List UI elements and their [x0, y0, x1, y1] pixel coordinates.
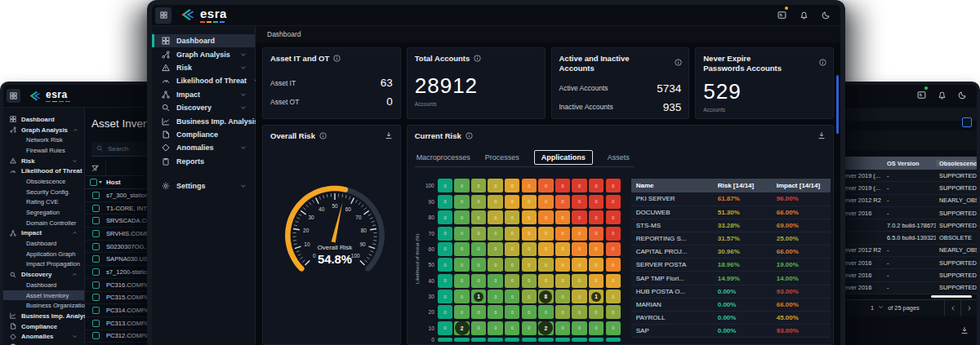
bell-icon[interactable] [938, 88, 947, 103]
heatmap-cell[interactable]: 0 [572, 321, 586, 335]
table-row[interactable]: PKI SERVER61.87%96.00% [631, 192, 831, 206]
row-checkbox[interactable] [92, 205, 100, 212]
heatmap-cell[interactable]: 0 [589, 195, 604, 209]
heatmap-cell[interactable]: 0 [438, 274, 452, 288]
heatmap-cell[interactable] [454, 338, 469, 342]
heatmap-cell[interactable]: 0 [505, 195, 519, 209]
heatmap-cell[interactable]: 0 [572, 274, 586, 288]
page-select-chevron-icon[interactable] [878, 304, 884, 312]
table-row[interactable]: Server 2016-SUPPORTED [841, 282, 977, 294]
sidebar-item-rating-cve[interactable]: Rating CVE [3, 197, 84, 208]
sidebar-item-likelihood-of-threat[interactable]: Likelihood of Threat [3, 166, 84, 176]
heatmap-cell[interactable]: 0 [454, 195, 469, 209]
row-checkbox[interactable] [92, 281, 100, 289]
heatmap-cell[interactable]: 0 [454, 274, 469, 288]
heatmap-cell[interactable]: 0 [572, 242, 586, 256]
heatmap-cell[interactable]: 02 [454, 321, 469, 335]
table-row[interactable]: SERVER POSTA18.96%19.00% [631, 259, 831, 272]
heatmap-cell[interactable]: 0 [522, 321, 537, 335]
heatmap-cell[interactable]: 0 [454, 305, 469, 319]
heatmap-cell[interactable]: 0 [589, 274, 604, 288]
sidebar-item-risk[interactable]: Risk [152, 61, 255, 74]
heatmap-cell[interactable]: 0 [606, 274, 621, 288]
horizontal-scrollbar[interactable] [931, 295, 972, 298]
heatmap-cell[interactable]: 0 [555, 210, 570, 224]
heatmap-cell[interactable]: 0 [538, 210, 553, 224]
heatmap-cell[interactable] [606, 338, 621, 342]
moon-icon[interactable] [822, 8, 831, 23]
app-switcher-button[interactable] [7, 89, 20, 103]
heatmap-cell[interactable]: 0 [555, 242, 570, 256]
sidebar-item-risk[interactable]: Risk [3, 156, 84, 166]
heatmap-cell[interactable]: 0 [454, 210, 469, 224]
heatmap-cell[interactable]: 0 [589, 305, 604, 319]
heatmap-cell[interactable]: 0 [488, 258, 502, 272]
heatmap-cell[interactable]: 0 [589, 258, 604, 272]
table-row[interactable]: Server 2016-SUPPORTED [841, 207, 977, 219]
heatmap-cell[interactable]: 0 [555, 274, 570, 288]
sidebar-item-anomalies[interactable]: Anomalies [3, 331, 84, 342]
sidebar-item-asset-inventory[interactable]: Asset Inventory [3, 290, 84, 301]
table-row[interactable]: Server 2019 (...-SUPPORTED [841, 182, 977, 194]
heatmap-cell[interactable]: 0 [522, 227, 537, 241]
heatmap-cell[interactable]: 0 [555, 195, 570, 209]
bell-icon[interactable] [800, 8, 808, 23]
sidebar-item-anomalies[interactable]: Anomalies [152, 141, 255, 154]
heatmap-cell[interactable]: 0 [488, 242, 502, 256]
heatmap-cell[interactable] [488, 338, 502, 342]
heatmap-cell[interactable]: 0 [572, 210, 586, 224]
table-row[interactable]: CAPITAL PROJ...30.96%66.00% [631, 245, 831, 259]
table-row[interactable]: Server 2019 (...-SUPPORTED [841, 170, 977, 182]
heatmap-cell[interactable]: 0 [454, 258, 469, 272]
heatmap-cell[interactable]: 0 [606, 210, 621, 224]
sidebar-item-discovery[interactable]: Discovery [152, 101, 255, 114]
heatmap-cell[interactable]: 0 [538, 195, 553, 209]
heatmap-cell[interactable] [589, 338, 604, 342]
heatmap-cell[interactable]: 0 [505, 290, 519, 303]
table-row[interactable]: Server 2016-SUPPORTED [841, 269, 977, 281]
table-row[interactable]: 7.0.2 build-17867351SUPPORTED [841, 219, 977, 232]
sidebar-item-impact[interactable]: Impact [3, 228, 84, 239]
table-row[interactable]: SAP0.00%93.00% [631, 325, 831, 338]
page-number[interactable]: 1 [871, 304, 874, 312]
sidebar-item-dashboard[interactable]: Dashboard [3, 280, 84, 290]
heatmap-cell[interactable]: 0 [572, 195, 586, 209]
heatmap-cell[interactable]: 0 [505, 227, 519, 241]
heatmap-cell[interactable]: 0 [555, 305, 570, 319]
sidebar-item-dashboard[interactable]: Dashboard [3, 238, 84, 249]
heatmap-cell[interactable]: 0 [522, 305, 537, 319]
row-checkbox[interactable] [92, 192, 100, 199]
heatmap-cell[interactable]: 0 [538, 227, 553, 241]
heatmap-cell[interactable] [505, 338, 519, 342]
heatmap-cell[interactable]: 0 [538, 258, 553, 272]
tab-macroprocesses[interactable]: Macroprocesses [416, 153, 470, 161]
heatmap-cell[interactable]: 0 [606, 195, 621, 209]
sidebar-item-network-risk[interactable]: Network Risk [3, 135, 84, 145]
info-icon[interactable] [319, 132, 327, 139]
heatmap-cell[interactable]: 0 [606, 227, 621, 241]
row-checkbox[interactable] [92, 320, 100, 327]
heatmap-cell[interactable]: 0 [522, 195, 537, 209]
heatmap-cell[interactable]: 0 [454, 290, 469, 303]
vertical-scrollbar[interactable] [836, 75, 839, 134]
heatmap-cell[interactable]: 0 [606, 321, 621, 335]
heatmap-cell[interactable] [538, 338, 553, 342]
profile-badge-icon[interactable] [777, 8, 786, 23]
heatmap-cell[interactable]: 0 [488, 274, 502, 288]
sidebar-item-discovery[interactable]: Discovery [3, 269, 84, 280]
heatmap-cell[interactable]: 0 [572, 305, 586, 319]
heatmap-cell[interactable]: 0 [505, 179, 519, 192]
heatmap-cell[interactable]: 0 [538, 179, 553, 192]
row-checkbox[interactable] [92, 307, 100, 314]
heatmap-cell[interactable]: 0 [589, 210, 604, 224]
next-page-button[interactable] [960, 300, 977, 316]
sidebar-item-security-config[interactable]: Security Config. [3, 187, 84, 197]
sidebar-item-domain-controller[interactable]: Domain Controller [3, 218, 84, 228]
sidebar-item-impact[interactable]: Impact [152, 88, 255, 101]
table-row[interactable]: Server 2016-SUPPORTED [841, 257, 977, 269]
heatmap-cell[interactable]: 0 [589, 321, 604, 335]
row-checkbox[interactable] [92, 255, 100, 263]
heatmap-cell[interactable]: 0 [438, 258, 452, 272]
heatmap-cell[interactable]: 0 [471, 274, 486, 288]
sidebar-item-graph-analysis[interactable]: Graph Analysis [152, 47, 255, 60]
